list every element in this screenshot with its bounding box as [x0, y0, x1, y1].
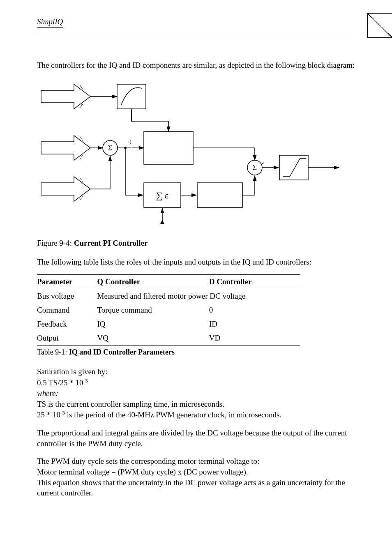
cell-d: 0 [209, 303, 300, 317]
page-corner-fold [367, 13, 392, 38]
input-arrow-bus [41, 84, 90, 109]
sat-formula-exp: -3 [83, 378, 88, 384]
pwm-line3: This equation shows that the uncertainty… [37, 478, 345, 497]
col-d-controller: D Controller [209, 275, 300, 289]
svg-line-30 [261, 163, 264, 164]
input-arrow-command [41, 136, 90, 160]
pwm-paragraph: The PWM duty cycle sets the correspondin… [37, 456, 355, 498]
input-arrow-feedback [41, 177, 90, 201]
sat-where: where: [37, 389, 58, 398]
cell-value: Measured and filtered motor power DC vol… [97, 289, 300, 304]
svg-point-19 [124, 147, 127, 149]
page-content: SimplIQ The controllers for the IQ and I… [0, 0, 392, 530]
cell-q: IQ [97, 317, 209, 331]
pwm-line2: Motor terminal voltage = (PWM duty cycle… [37, 467, 248, 476]
sat-line1: Saturation is given by: [37, 367, 108, 376]
table-header-row: Parameter Q Controller D Controller [37, 275, 300, 289]
table-row: Output VQ VD [37, 331, 300, 345]
table-row: Bus voltage Measured and filtered motor … [37, 289, 300, 304]
cell-q: Torque command [97, 303, 209, 317]
svg-marker-22 [160, 220, 164, 224]
saturation-block [279, 155, 308, 180]
table-caption: Table 9-1: IQ and ID Controller Paramete… [37, 348, 355, 357]
filter-block [117, 84, 146, 109]
cell-param: Command [37, 303, 97, 317]
figure-caption-title: Current PI Controller [74, 239, 148, 247]
sat-period-a: 25 * 10 [37, 411, 60, 419]
figure-caption: Figure 9-4: Current PI Controller [37, 239, 355, 248]
table-caption-title: IQ and ID Controller Parameters [69, 348, 175, 356]
running-head: SimplIQ [37, 17, 63, 28]
cell-d: VD [209, 331, 300, 345]
cell-q: VQ [97, 331, 209, 345]
table-intro: The following table lists the roles of t… [37, 257, 355, 267]
sat-formula-base: 0.5 TS/25 * 10 [37, 378, 83, 387]
cell-d: ID [209, 317, 300, 331]
gain-block [144, 131, 193, 164]
intro-paragraph: The controllers for the IQ and ID compon… [37, 60, 355, 71]
sat-period-exp: -3 [60, 410, 65, 416]
col-q-controller: Q Controller [97, 275, 209, 289]
sum-eps-label: ∑ ε [156, 190, 168, 200]
cell-param: Bus voltage [37, 289, 97, 304]
col-parameter: Parameter [37, 275, 97, 289]
sat-period-b: is the period of the 40-MHz PWM generato… [65, 411, 281, 419]
cell-param: Feedback [37, 317, 97, 331]
table-row: Feedback IQ ID [37, 317, 300, 331]
header-rule: SimplIQ [37, 17, 355, 31]
table-row: Command Torque command 0 [37, 303, 300, 317]
sat-ts: TS is the current controller sampling ti… [37, 400, 224, 408]
saturation-paragraph: Saturation is given by: 0.5 TS/25 * 10-3… [37, 366, 355, 420]
pwm-line1: The PWM duty cycle sets the correspondin… [37, 457, 259, 465]
sigma-label-2: Σ [253, 164, 257, 172]
controller-params-table: Parameter Q Controller D Controller Bus … [37, 274, 300, 345]
sigma-label-1: Σ [108, 144, 112, 152]
table-caption-label: Table 9-1: [37, 348, 69, 356]
block-diagram-svg: Σ ε [37, 78, 341, 226]
integral-gain-block [197, 183, 242, 207]
figure-caption-label: Figure 9-4: [37, 239, 74, 247]
gain-paragraph: The proportional and integral gains are … [37, 428, 355, 449]
cell-param: Output [37, 331, 97, 345]
block-diagram-figure: Σ ε [37, 78, 355, 228]
